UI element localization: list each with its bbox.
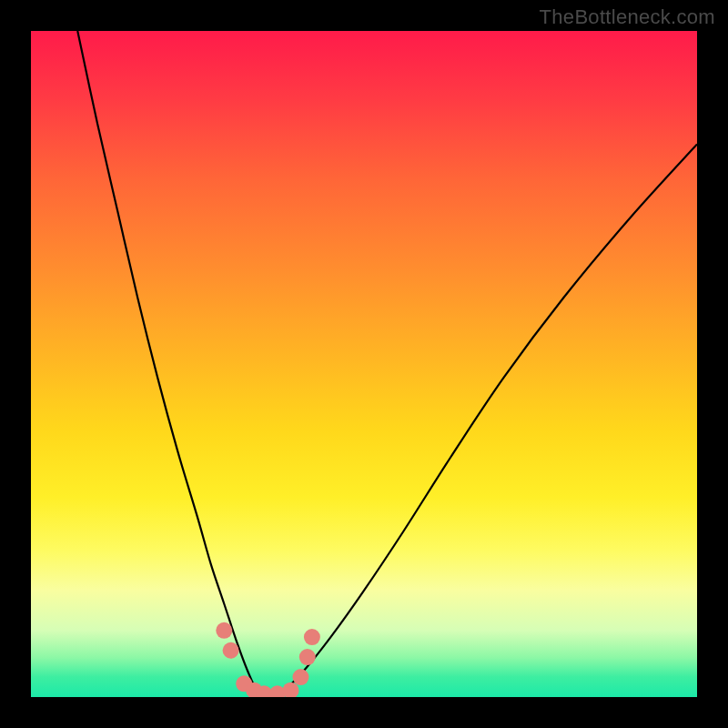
marker-point (282, 682, 298, 697)
chart-frame: TheBottleneck.com (0, 0, 728, 728)
plot-area (31, 31, 697, 697)
marker-point (299, 649, 316, 665)
marker-point (223, 642, 239, 659)
optimal-range-markers (31, 31, 697, 697)
marker-point (292, 669, 308, 685)
marker-point (304, 629, 320, 645)
marker-point (216, 622, 232, 639)
watermark-text: TheBottleneck.com (540, 5, 715, 29)
